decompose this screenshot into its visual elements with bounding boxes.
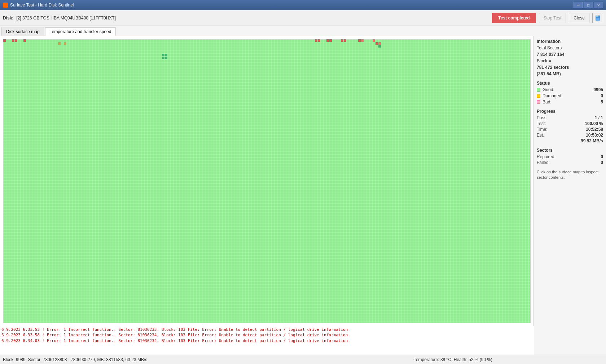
disk-label: Disk: xyxy=(3,15,13,21)
maximize-button[interactable]: □ xyxy=(584,2,593,8)
status-bad-row: Bad: 5 xyxy=(537,99,603,105)
good-value: 9995 xyxy=(593,87,603,92)
sectors-section: Sectors Repaired: 0 Failed: 0 xyxy=(537,148,603,165)
bad-value: 5 xyxy=(601,99,603,105)
failed-value: 0 xyxy=(601,160,603,165)
svg-rect-2 xyxy=(596,18,600,20)
test-completed-button[interactable]: Test completed xyxy=(492,13,536,23)
svg-rect-1 xyxy=(596,15,598,17)
damaged-label: Damaged: xyxy=(543,93,601,98)
window-close-button[interactable]: ✕ xyxy=(594,2,603,8)
surface-canvas[interactable] xyxy=(3,39,530,323)
pass-row: Pass: 1 / 1 xyxy=(537,115,603,120)
block-sectors: 781 472 sectors xyxy=(537,65,603,70)
disk-value: [2] 3726 GB TOSHIBA MQ04UBB400 [11FFT0HX… xyxy=(16,15,116,21)
tab-disk-surface-map[interactable]: Disk surface map xyxy=(1,27,44,36)
app-icon xyxy=(3,3,8,8)
log-line-1: 6.9.2023 6.33.53 ! Error: 1 Incorrect fu… xyxy=(1,327,532,332)
bad-label: Bad: xyxy=(543,99,601,105)
total-sectors-value: 7 814 037 164 xyxy=(537,52,603,57)
tab-temperature-transfer[interactable]: Temperature and transfer speed xyxy=(45,27,116,36)
repaired-label: Repaired: xyxy=(537,154,556,159)
log-line-2: 6.9.2023 6.33.58 ! Error: 1 Incorrect fu… xyxy=(1,332,532,338)
test-row: Test: 100.00 % xyxy=(537,121,603,126)
save-icon xyxy=(595,15,601,21)
window-title: Surface Test - Hard Disk Sentinel xyxy=(10,3,74,8)
damaged-dot xyxy=(537,94,540,98)
repaired-row: Repaired: 0 xyxy=(537,154,603,159)
status-bar-right: Temperature: 38 °C, Health: 52 % (90 %) xyxy=(303,357,603,362)
log-area[interactable]: 6.9.2023 6.33.53 ! Error: 1 Incorrect fu… xyxy=(0,326,534,355)
hint-text: Click on the surface map to inspect sect… xyxy=(537,169,603,181)
close-button[interactable]: Close xyxy=(569,13,589,23)
damaged-value: 0 xyxy=(601,93,603,98)
failed-label: Failed: xyxy=(537,160,550,165)
block-label: Block = xyxy=(537,58,603,63)
est-label: Est.: xyxy=(537,133,545,138)
stop-test-button: Stop Test xyxy=(539,13,566,23)
title-bar-left: Surface Test - Hard Disk Sentinel xyxy=(3,3,74,8)
left-panel: 6.9.2023 6.33.53 ! Error: 1 Incorrect fu… xyxy=(0,36,534,355)
save-button[interactable] xyxy=(592,13,603,23)
test-value: 100.00 % xyxy=(585,121,603,126)
status-bar-left: Block: 9989, Sector: 7806123808 - 780690… xyxy=(3,357,303,362)
est-value: 10:53:02 xyxy=(586,133,603,138)
repaired-value: 0 xyxy=(601,154,603,159)
block-mb: (381.54 MB) xyxy=(537,71,603,76)
good-label: Good: xyxy=(543,87,593,92)
total-sectors-label: Total Sectors xyxy=(537,45,603,50)
toolbar: Disk: [2] 3726 GB TOSHIBA MQ04UBB400 [11… xyxy=(0,10,606,26)
status-title: Status xyxy=(537,81,603,86)
status-section: Status Good: 9995 Damaged: 0 Bad: 5 xyxy=(537,81,603,105)
title-bar: Surface Test - Hard Disk Sentinel ─ □ ✕ xyxy=(0,0,606,10)
log-line-3: 6.9.2023 6.34.03 ! Error: 1 Incorrect fu… xyxy=(1,338,532,343)
failed-row: Failed: 0 xyxy=(537,160,603,165)
bad-dot xyxy=(537,100,540,104)
title-bar-controls: ─ □ ✕ xyxy=(574,2,603,8)
pass-value: 1 / 1 xyxy=(595,115,603,120)
information-title: Information xyxy=(537,39,603,44)
pass-label: Pass: xyxy=(537,115,548,120)
sectors-title: Sectors xyxy=(537,148,603,153)
right-panel: Information Total Sectors 7 814 037 164 … xyxy=(534,36,606,355)
good-dot xyxy=(537,88,540,92)
information-section: Information Total Sectors 7 814 037 164 … xyxy=(537,39,603,76)
progress-section: Progress Pass: 1 / 1 Test: 100.00 % Time… xyxy=(537,109,603,143)
surface-map-container xyxy=(0,36,534,326)
speed-value: 99.92 MB/s xyxy=(537,138,603,143)
progress-title: Progress xyxy=(537,109,603,114)
main-content: 6.9.2023 6.33.53 ! Error: 1 Incorrect fu… xyxy=(0,36,606,355)
est-row: Est.: 10:53:02 xyxy=(537,133,603,138)
tabs: Disk surface map Temperature and transfe… xyxy=(0,26,606,36)
time-value: 10:52:58 xyxy=(586,127,603,132)
minimize-button[interactable]: ─ xyxy=(574,2,583,8)
time-label: Time: xyxy=(537,127,548,132)
test-label: Test: xyxy=(537,121,546,126)
status-damaged-row: Damaged: 0 xyxy=(537,93,603,98)
status-bar: Block: 9989, Sector: 7806123808 - 780690… xyxy=(0,355,606,364)
surface-map[interactable] xyxy=(3,39,531,323)
status-good-row: Good: 9995 xyxy=(537,87,603,92)
time-row: Time: 10:52:58 xyxy=(537,127,603,132)
